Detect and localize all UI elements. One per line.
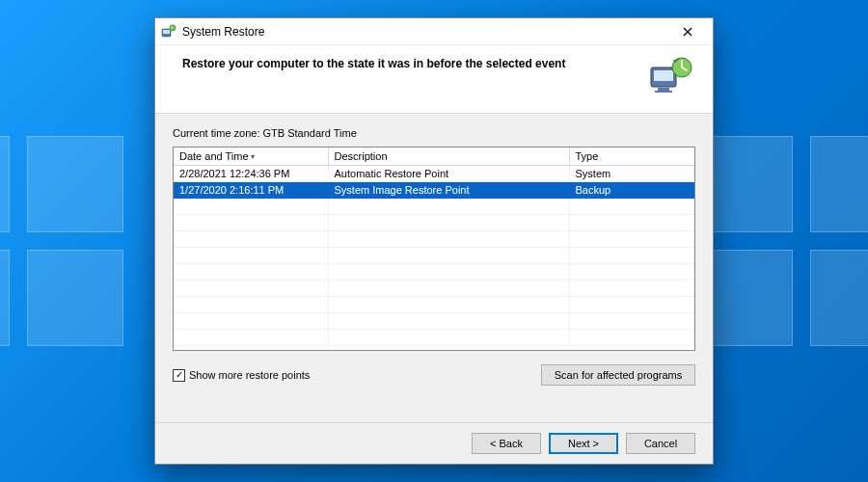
checkbox-icon: ✓ — [173, 369, 185, 382]
cell-date: 2/28/2021 12:24:36 PM — [174, 166, 328, 182]
table-row-empty — [174, 248, 694, 264]
table-row-empty — [174, 264, 694, 281]
svg-rect-4 — [654, 70, 673, 81]
restore-points-table: Date and Time▾ Description Type 2/28/202… — [173, 147, 695, 351]
next-button[interactable]: Next > — [549, 433, 618, 454]
table-row-empty — [174, 215, 694, 231]
table-row-empty — [174, 199, 694, 215]
dialog-header: Restore your computer to the state it wa… — [155, 45, 713, 114]
system-restore-dialog: System Restore Restore your computer to … — [154, 17, 714, 465]
svg-rect-6 — [655, 91, 672, 93]
svg-rect-1 — [163, 30, 170, 34]
table-row[interactable]: 1/27/2020 2:16:11 PM System Image Restor… — [174, 182, 694, 199]
timezone-label: Current time zone: GTB Standard Time — [173, 127, 695, 139]
dialog-footer: < Back Next > Cancel — [155, 422, 713, 464]
dialog-body: Current time zone: GTB Standard Time Dat… — [155, 114, 713, 422]
cell-date: 1/27/2020 2:16:11 PM — [174, 182, 328, 199]
cell-description: Automatic Restore Point — [328, 166, 569, 182]
column-header-description[interactable]: Description — [328, 147, 569, 166]
table-row-empty — [174, 281, 694, 297]
column-header-date-label: Date and Time — [179, 150, 249, 162]
dialog-heading: Restore your computer to the state it wa… — [182, 55, 647, 97]
column-header-type[interactable]: Type — [569, 147, 694, 166]
cell-type: System — [569, 166, 694, 182]
back-button[interactable]: < Back — [472, 433, 541, 454]
column-header-date[interactable]: Date and Time▾ — [174, 147, 328, 166]
system-restore-icon — [161, 24, 176, 40]
show-more-label: Show more restore points — [189, 369, 310, 381]
close-icon — [683, 27, 692, 37]
column-header-description-label: Description — [335, 150, 388, 162]
cell-type: Backup — [569, 182, 694, 199]
table-row-empty — [174, 330, 694, 346]
titlebar: System Restore — [155, 18, 713, 45]
column-header-type-label: Type — [576, 150, 599, 162]
table-row[interactable]: 2/28/2021 12:24:36 PM Automatic Restore … — [174, 166, 694, 182]
cell-description: System Image Restore Point — [328, 182, 569, 199]
window-title: System Restore — [182, 25, 668, 39]
table-row-empty — [174, 297, 694, 313]
scan-affected-button[interactable]: Scan for affected programs — [541, 364, 695, 386]
cancel-button[interactable]: Cancel — [626, 433, 695, 454]
windows-logo-decor-left — [0, 136, 123, 346]
table-row-empty — [174, 231, 694, 248]
show-more-checkbox[interactable]: ✓ Show more restore points — [173, 369, 531, 382]
svg-rect-5 — [658, 88, 669, 91]
table-row-empty — [174, 313, 694, 330]
sort-desc-icon: ▾ — [251, 152, 255, 161]
windows-logo-decor-right — [696, 136, 868, 346]
restore-header-icon — [647, 55, 695, 97]
close-button[interactable] — [668, 18, 707, 45]
below-table-controls: ✓ Show more restore points Scan for affe… — [173, 364, 695, 386]
